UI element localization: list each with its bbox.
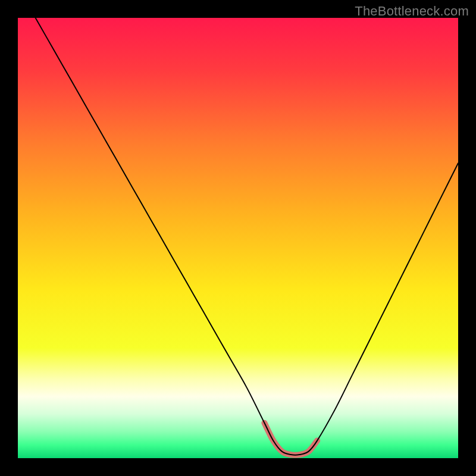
chart-frame: TheBottleneck.com [0,0,476,476]
bottleneck-chart [18,18,458,458]
gradient-background [18,18,458,458]
watermark-text: TheBottleneck.com [355,4,469,19]
plot-area [18,18,458,458]
